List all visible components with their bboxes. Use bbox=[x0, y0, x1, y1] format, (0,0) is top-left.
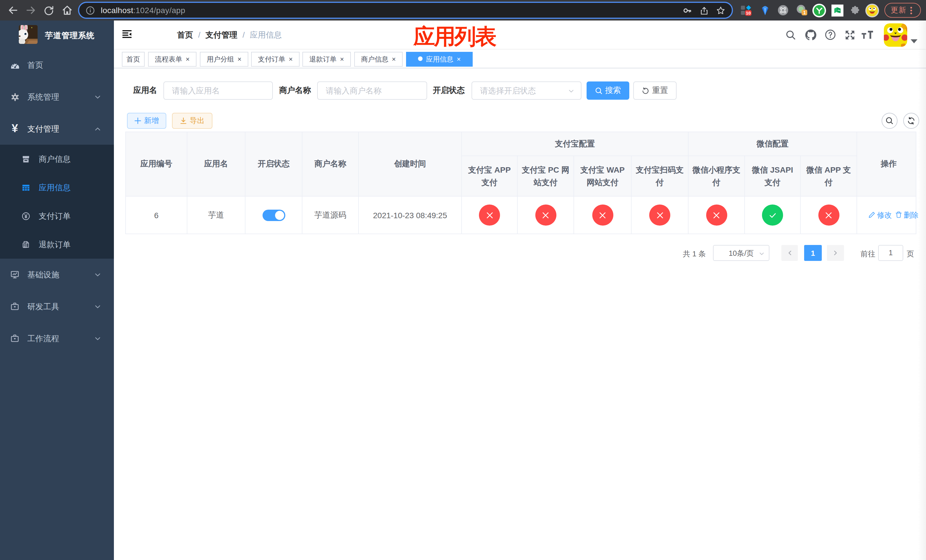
svg-text:10: 10 bbox=[746, 11, 751, 15]
svg-text:1: 1 bbox=[803, 10, 806, 15]
